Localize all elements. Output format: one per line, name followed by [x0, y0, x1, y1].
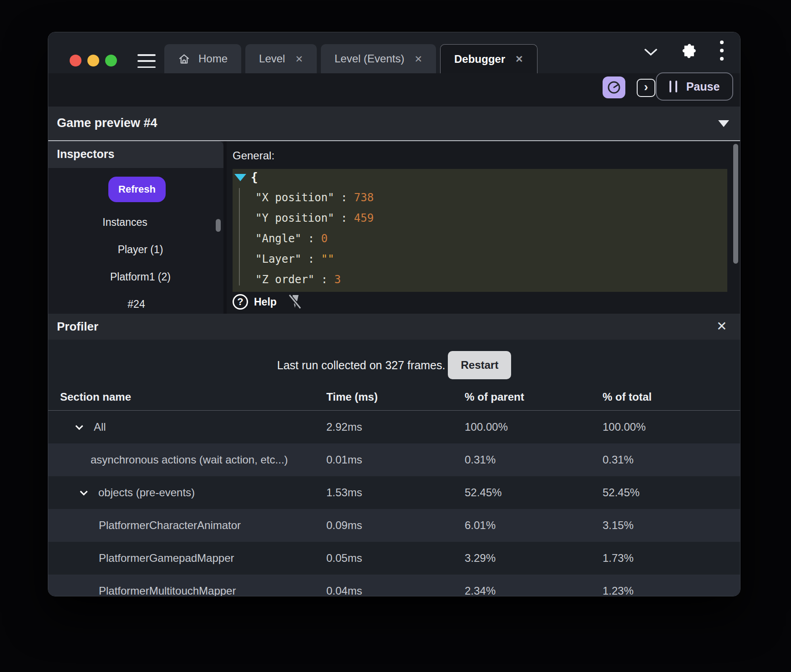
general-scrollbar-thumb[interactable]: [733, 144, 738, 264]
hamburger-menu-icon[interactable]: [137, 54, 156, 68]
time-value: 1.53ms: [326, 486, 465, 499]
section-name: PlatformerCharacterAnimator: [99, 519, 241, 532]
inspector-item-instances[interactable]: Instances: [48, 209, 213, 236]
time-value: 0.04ms: [326, 585, 465, 596]
profiler-title: Profiler: [57, 320, 98, 334]
preview-collapse-caret-icon[interactable]: [718, 120, 729, 127]
extensions-puzzle-icon[interactable]: [679, 43, 696, 60]
refresh-button[interactable]: Refresh: [108, 177, 166, 202]
inspectors-scrollbar-thumb[interactable]: [216, 219, 221, 232]
titlebar: HomeLevel✕Level (Events)✕Debugger✕: [48, 32, 740, 73]
tab-close-icon[interactable]: ✕: [515, 54, 523, 64]
tab-level-events-[interactable]: Level (Events)✕: [321, 44, 436, 73]
inspector-item-platform1-2-[interactable]: Platform1 (2): [53, 263, 228, 290]
json-key: "Angle" :: [255, 232, 321, 245]
traffic-light-close-button[interactable]: [70, 55, 81, 66]
tree-expand-triangle-icon[interactable]: [234, 174, 246, 181]
json-line: "Angle" : 0: [255, 228, 374, 249]
json-value[interactable]: "": [321, 253, 335, 265]
percent-of-parent-value: 0.31%: [465, 453, 603, 466]
debugger-toolbar: › Pause: [48, 73, 740, 107]
profiler-row-all[interactable]: All2.92ms100.00%100.00%: [48, 411, 740, 443]
percent-of-total-value: 52.45%: [603, 486, 740, 499]
help-icon[interactable]: ?: [233, 294, 248, 310]
json-value[interactable]: 738: [354, 191, 374, 204]
section-name: PlatformerGamepadMapper: [99, 552, 234, 565]
restart-button[interactable]: Restart: [448, 351, 511, 379]
inspectors-header: Inspectors: [48, 141, 223, 168]
help-row: ? Help: [233, 294, 303, 310]
percent-of-total-value: 0.31%: [603, 453, 740, 466]
general-panel: General: { "X position" : 738"Y position…: [227, 141, 740, 314]
tab-level[interactable]: Level✕: [245, 44, 317, 73]
traffic-light-zoom-button[interactable]: [105, 55, 117, 66]
json-value[interactable]: 459: [354, 212, 374, 224]
chevron-down-icon[interactable]: [644, 49, 657, 56]
profiler-gauge-icon[interactable]: [603, 76, 625, 98]
inspector-item-player-1-[interactable]: Player (1): [53, 236, 228, 263]
inspectors-tree: InstancesPlayer (1)Platform1 (2)#24: [48, 209, 223, 318]
tab-close-icon[interactable]: ✕: [414, 54, 422, 64]
home-icon: [178, 53, 188, 65]
profiler-status-row: Last run collected on 327 frames. Restar…: [48, 351, 740, 379]
row-chevron-icon[interactable]: [80, 488, 88, 495]
profiler-table-header: Section name Time (ms) % of parent % of …: [48, 384, 740, 410]
section-name: All: [94, 421, 106, 433]
profiler-row-platformermultitouchmapper[interactable]: PlatformerMultitouchMapper0.04ms2.34%1.2…: [48, 575, 740, 596]
json-value[interactable]: 3: [334, 273, 340, 286]
profiler-row-platformergamepadmapper[interactable]: PlatformerGamepadMapper0.05ms3.29%1.73%: [48, 542, 740, 575]
json-value[interactable]: 0: [321, 232, 328, 245]
tab-label: Level: [259, 52, 285, 65]
kebab-menu-icon[interactable]: [720, 41, 724, 61]
percent-of-total-value: 100.00%: [603, 421, 740, 433]
json-line: "X position" : 738: [255, 187, 374, 208]
pause-icon: [669, 81, 677, 92]
percent-of-parent-value: 2.34%: [465, 585, 603, 596]
profiler-status-text: Last run collected on 327 frames.: [277, 359, 446, 372]
json-line: "Layer" : "": [255, 249, 374, 269]
percent-of-parent-value: 6.01%: [465, 519, 603, 532]
app-window: HomeLevel✕Level (Events)✕Debugger✕ › Pau…: [48, 32, 740, 596]
section-name: asynchronous actions (wait action, etc..…: [91, 453, 288, 466]
column-header-total: % of total: [603, 391, 740, 403]
unpin-icon[interactable]: [287, 293, 303, 311]
profiler-row-platformercharacteranimator[interactable]: PlatformerCharacterAnimator0.09ms6.01%3.…: [48, 509, 740, 542]
tab-label: Debugger: [454, 53, 505, 66]
pause-button[interactable]: Pause: [656, 72, 733, 101]
panel-divider: [223, 141, 227, 314]
column-header-parent: % of parent: [465, 391, 603, 403]
json-key: "Z order" :: [255, 273, 334, 286]
profiler-row-asynchronous-actions-wait-action-etc-[interactable]: asynchronous actions (wait action, etc..…: [48, 443, 740, 476]
inspectors-title: Inspectors: [57, 148, 114, 161]
tab-home[interactable]: Home: [164, 44, 241, 73]
json-key: "Y position" :: [255, 212, 354, 224]
screenshot-stage: HomeLevel✕Level (Events)✕Debugger✕ › Pau…: [0, 0, 791, 672]
pause-button-label: Pause: [686, 80, 720, 93]
percent-of-total-value: 1.23%: [603, 585, 740, 596]
profiler-body: Last run collected on 327 frames. Restar…: [48, 340, 740, 596]
tab-close-icon[interactable]: ✕: [295, 54, 303, 64]
help-label[interactable]: Help: [254, 296, 277, 308]
section-name: PlatformerMultitouchMapper: [99, 585, 236, 596]
game-preview-header[interactable]: Game preview #4: [48, 107, 740, 140]
traffic-light-minimize-button[interactable]: [87, 55, 99, 66]
profiler-row-objects-pre-events-[interactable]: objects (pre-events)1.53ms52.45%52.45%: [48, 476, 740, 509]
tab-debugger[interactable]: Debugger✕: [440, 44, 537, 73]
json-line: "Z order" : 3: [255, 269, 374, 290]
json-key: "Layer" :: [255, 253, 321, 265]
profiler-close-icon[interactable]: ✕: [716, 319, 727, 334]
tab-label: Home: [198, 52, 228, 65]
time-value: 0.09ms: [326, 519, 465, 532]
percent-of-total-value: 1.73%: [603, 552, 740, 565]
console-icon[interactable]: ›: [637, 79, 655, 97]
column-header-section: Section name: [48, 391, 326, 403]
percent-of-total-value: 3.15%: [603, 519, 740, 532]
time-value: 0.01ms: [326, 453, 465, 466]
time-value: 0.05ms: [326, 552, 465, 565]
general-title: General:: [233, 149, 274, 162]
time-value: 2.92ms: [326, 421, 465, 433]
section-name: objects (pre-events): [98, 486, 195, 499]
row-chevron-icon[interactable]: [76, 422, 83, 430]
column-header-time: Time (ms): [326, 391, 465, 403]
game-preview-title: Game preview #4: [57, 116, 157, 130]
